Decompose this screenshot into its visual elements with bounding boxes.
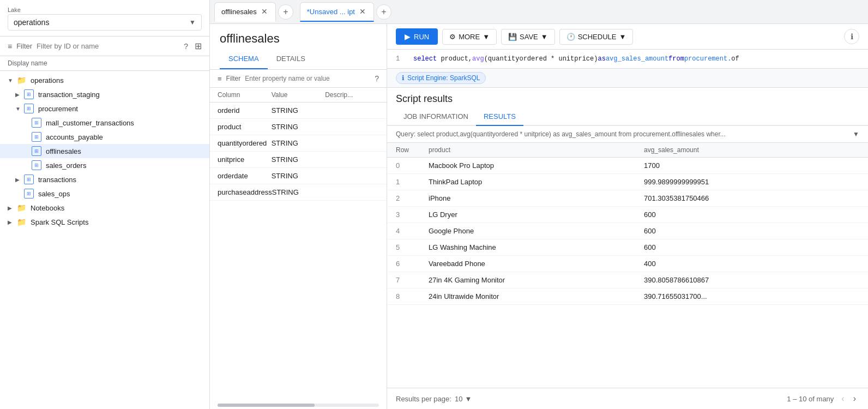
filter-label: Filter [16, 42, 32, 50]
results-table-header: Row product avg_sales_amount [387, 143, 868, 158]
results-rows: 0 Macbook Pro Laptop 1700 1 ThinkPad Lap… [387, 158, 868, 305]
tab-details[interactable]: DETAILS [268, 50, 314, 69]
query-bar: Query: select product,avg(quantityordere… [387, 126, 868, 143]
tab-job-information[interactable]: JOB INFORMATION [396, 108, 476, 125]
schema-title: offlinesales [210, 24, 387, 50]
schema-col-name: orderid [218, 106, 272, 115]
schema-col-value: STRING [272, 139, 326, 147]
schema-row: purchaseaddress STRING [210, 184, 387, 201]
schema-row: product STRING [210, 119, 387, 135]
table-row: 6 Vareebadd Phone 400 [387, 256, 868, 272]
tree-item-sales-ops[interactable]: ⊞ sales_ops [0, 187, 209, 201]
row-number: 6 [396, 260, 429, 268]
filter-label: Filter [226, 75, 241, 82]
tab-schema[interactable]: SCHEMA [220, 50, 268, 69]
filter-input[interactable] [37, 42, 179, 50]
schema-col-name: product [218, 123, 272, 131]
table-row: 3 LG Dryer 600 [387, 207, 868, 223]
table-row: 4 Google Phone 600 [387, 223, 868, 239]
chevron-down-icon: ▼ [619, 33, 626, 41]
line-number: 1 [396, 55, 407, 63]
page-range: 1 – 10 of many [787, 395, 834, 403]
row-product: LG Dryer [429, 210, 644, 219]
code-product: product, [441, 55, 472, 63]
tree-item-operations[interactable]: ▼ 📁 operations [0, 73, 209, 87]
table-icon: ⊞ [32, 160, 41, 170]
table-row: 5 LG Washing Machine 600 [387, 239, 868, 256]
tree-item-offlinesales[interactable]: ⊞ offlinesales [0, 144, 209, 158]
lake-selector: Lake operations ▼ [0, 0, 209, 37]
lake-dropdown[interactable]: operations ▼ [8, 14, 202, 31]
tab-offlinesales[interactable]: offlinesales ✕ [214, 2, 276, 22]
play-icon: ▶ [405, 32, 411, 41]
schema-col-value: STRING [272, 123, 326, 131]
prev-page-button[interactable]: ‹ [838, 393, 847, 405]
code-overflow: of [731, 55, 739, 63]
more-button[interactable]: ⚙ MORE ▼ [442, 29, 497, 45]
tab-add-right[interactable]: + [376, 4, 391, 20]
tab-add-left[interactable]: + [278, 4, 293, 20]
per-page-value: 10 [455, 395, 462, 403]
chevron-down-icon: ▼ [541, 33, 548, 41]
table-row: 0 Macbook Pro Laptop 1700 [387, 158, 868, 174]
results-section: ℹ Script Engine: SparkSQL Script results… [387, 69, 868, 409]
tab-results[interactable]: RESULTS [476, 108, 523, 126]
schema-tabs: SCHEMA DETAILS [210, 50, 387, 70]
row-number: 4 [396, 227, 429, 235]
tree-item-notebooks[interactable]: ▶ 📁 Notebooks [0, 201, 209, 215]
tab-label-unsaved: *Unsaved ... ipt [307, 8, 355, 16]
row-product: LG Washing Machine [429, 243, 644, 251]
schema-col-name: quantityordered [218, 139, 272, 147]
row-avg-sales: 400 [644, 260, 859, 268]
info-button[interactable]: ℹ [844, 29, 859, 44]
col-header-column: Column [218, 91, 272, 99]
schedule-button[interactable]: 🕐 SCHEDULE ▼ [559, 29, 634, 45]
schema-scrollbar[interactable] [218, 404, 379, 407]
table-row: 2 iPhone 701.3035381750466 [387, 190, 868, 207]
engine-label: Script Engine: SparkSQL [407, 74, 480, 82]
help-icon[interactable]: ? [184, 42, 188, 51]
row-product: 24in Ultrawide Monitor [429, 292, 644, 300]
tree-label-transaction-staging: transaction_staging [38, 91, 100, 99]
schema-col-desc [325, 123, 379, 131]
col-header-value: Value [272, 91, 326, 99]
help-icon[interactable]: ? [375, 74, 379, 83]
code-line-1: 1 select product, avg (quantityordered *… [387, 54, 868, 64]
row-number: 1 [396, 178, 429, 186]
tree-item-transactions[interactable]: ▶ ⊞ transactions [0, 172, 209, 187]
save-button[interactable]: 💾 SAVE ▼ [501, 29, 555, 45]
per-page-select[interactable]: 10 ▼ [455, 395, 472, 403]
schema-filter-input[interactable] [245, 75, 370, 82]
chevron-down-icon: ▼ [189, 19, 196, 26]
table-icon: ⊞ [24, 89, 34, 99]
tree-label-procurement: procurement [38, 105, 78, 113]
tab-close-offlinesales[interactable]: ✕ [260, 7, 269, 16]
info-icon: ℹ [402, 74, 405, 82]
schema-scrollbar-thumb [218, 404, 315, 407]
tab-unsaved[interactable]: *Unsaved ... ipt ✕ [300, 2, 374, 22]
tree-item-accounts-payable[interactable]: ⊞ accounts_payable [0, 130, 209, 144]
schema-col-desc [325, 139, 379, 147]
run-button[interactable]: ▶ RUN [396, 28, 438, 45]
expand-icon: ▼ [15, 106, 22, 112]
expand-icon: ▶ [15, 177, 22, 183]
tree-item-transaction-staging[interactable]: ▶ ⊞ transaction_staging [0, 87, 209, 101]
row-avg-sales: 600 [644, 227, 859, 235]
tree-item-procurement[interactable]: ▼ ⊞ procurement [0, 101, 209, 116]
table-icon: ⊞ [32, 146, 41, 156]
tree-item-sales-orders[interactable]: ⊞ sales_orders [0, 158, 209, 172]
save-icon: 💾 [508, 33, 517, 41]
tab-close-unsaved[interactable]: ✕ [358, 7, 367, 16]
expand-query-button[interactable]: ▼ [853, 130, 859, 138]
tree-item-mall-customer-transactions[interactable]: ⊞ mall_customer_transactions [0, 116, 209, 130]
schema-col-value: STRING [272, 155, 326, 164]
tree-label-operations: operations [31, 76, 64, 85]
tree-label-accounts-payable: accounts_payable [46, 133, 103, 141]
code-editor[interactable]: 1 select product, avg (quantityordered *… [387, 50, 868, 69]
tree-item-spark-sql-scripts[interactable]: ▶ 📁 Spark SQL Scripts [0, 215, 209, 229]
view-toggle-icon[interactable]: ⊞ [195, 41, 202, 51]
expand-icon: ▶ [15, 92, 22, 98]
col-header-avg: avg_sales_amount [644, 146, 859, 154]
next-page-button[interactable]: › [850, 393, 859, 405]
schema-row: unitprice STRING [210, 152, 387, 168]
